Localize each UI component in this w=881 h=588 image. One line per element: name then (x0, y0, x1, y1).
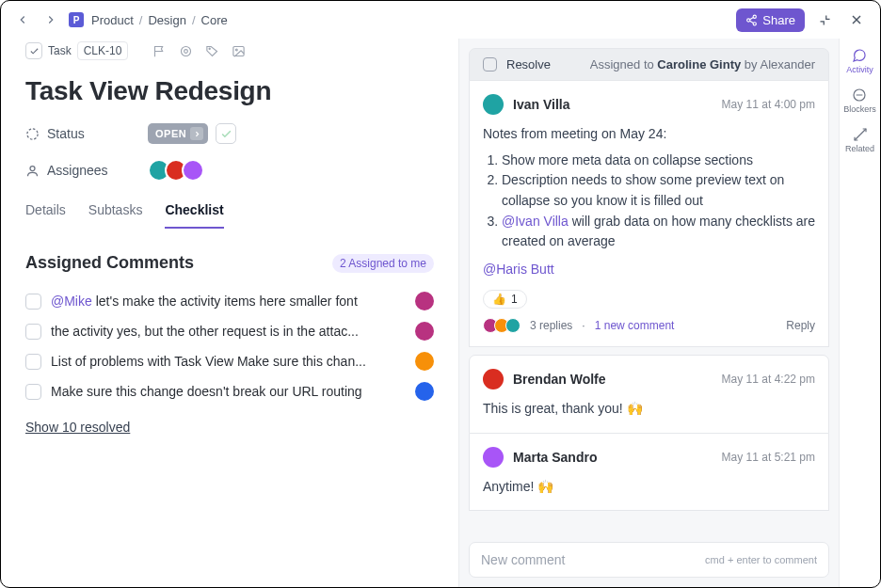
checkbox[interactable] (25, 354, 41, 370)
status-next-icon[interactable] (190, 127, 203, 140)
tab-subtasks[interactable]: Subtasks (88, 197, 143, 229)
crumb-0[interactable]: Product (91, 13, 134, 27)
comment-card: Ivan Villa May 11 at 4:00 pm Notes from … (469, 81, 829, 347)
sidebar-related[interactable]: Related (845, 127, 874, 153)
breadcrumb: Product/ Design/ Core (91, 13, 228, 27)
comment-time: May 11 at 5:21 pm (722, 451, 815, 464)
avatar (483, 369, 504, 389)
replies-count[interactable]: 3 replies (530, 319, 572, 332)
show-resolved-link[interactable]: Show 10 resolved (25, 420, 434, 435)
comment-author[interactable]: Marta Sandro (513, 450, 597, 465)
avatar (415, 352, 434, 371)
person-icon (25, 164, 40, 178)
comment-card: Marta Sandro May 11 at 5:21 pm Anytime! … (469, 434, 829, 512)
status-chip[interactable]: OPEN (148, 123, 208, 144)
new-comment-input[interactable]: New comment cmd + enter to comment (469, 542, 829, 578)
avatar (415, 292, 434, 310)
svg-line-4 (750, 17, 754, 19)
mention[interactable]: @Ivan Villa (502, 214, 569, 229)
nav-forward-button[interactable] (40, 9, 61, 30)
avatar (182, 159, 204, 182)
list-item[interactable]: @Mike let's make the activity items here… (25, 286, 434, 316)
resolve-label: Resolve (506, 57, 551, 72)
share-button[interactable]: Share (736, 8, 805, 32)
avatar (483, 94, 504, 115)
reply-button[interactable]: Reply (786, 319, 815, 332)
reply-avatars (483, 318, 521, 333)
status-icon (25, 127, 40, 141)
chat-icon (852, 48, 867, 63)
svg-point-0 (753, 15, 756, 18)
crumb-1[interactable]: Design (148, 13, 185, 27)
new-comment-placeholder: New comment (481, 552, 565, 567)
comment-time: May 11 at 4:22 pm (722, 373, 815, 386)
assigned-name[interactable]: Caroline Ginty (657, 57, 741, 72)
target-icon[interactable] (175, 40, 196, 61)
complete-toggle[interactable] (216, 123, 236, 144)
checkbox[interactable] (25, 324, 41, 340)
avatar (483, 447, 504, 468)
task-type-label: Task (48, 44, 72, 57)
svg-point-7 (181, 46, 190, 56)
status-prop-label: Status (25, 126, 148, 141)
svg-point-8 (184, 49, 188, 53)
image-icon[interactable] (228, 40, 248, 61)
avatar (415, 382, 434, 401)
page-title: Task View Redesign (25, 76, 434, 106)
task-type-icon (25, 42, 42, 59)
project-badge[interactable]: P (69, 12, 84, 27)
status-value: OPEN (155, 128, 186, 139)
list-item[interactable]: Make sure this change doesn't break our … (25, 376, 434, 406)
tab-details[interactable]: Details (25, 197, 66, 229)
topbar: P Product/ Design/ Core Share (1, 1, 880, 39)
mention[interactable]: @Haris Butt (483, 262, 554, 277)
flag-icon[interactable] (149, 40, 169, 61)
list-item[interactable]: the activity yes, but the other request … (25, 316, 434, 346)
svg-point-2 (753, 22, 756, 24)
svg-point-11 (235, 49, 237, 51)
thread-header: Resolve Assigned to Caroline Ginty by Al… (469, 48, 829, 81)
comment-author[interactable]: Brendan Wolfe (513, 372, 606, 387)
assigned-to-me-badge[interactable]: 2 Assigned to me (332, 254, 434, 273)
assigned-comments-list: @Mike let's make the activity items here… (25, 286, 434, 406)
sidebar-activity[interactable]: Activity (846, 48, 873, 74)
list-item[interactable]: List of problems with Task View Make sur… (25, 346, 434, 376)
comment-time: May 11 at 4:00 pm (722, 98, 815, 111)
link-icon (853, 127, 868, 142)
close-button[interactable] (844, 8, 869, 32)
tab-checklist[interactable]: Checklist (165, 197, 223, 229)
block-icon (852, 87, 867, 103)
checkbox[interactable] (25, 294, 41, 310)
comment-author[interactable]: Ivan Villa (513, 97, 569, 112)
svg-point-13 (30, 166, 35, 170)
right-sidebar: Activity Blockers Related (839, 39, 880, 587)
task-id[interactable]: CLK-10 (77, 41, 129, 60)
avatar (415, 322, 434, 341)
svg-line-3 (750, 21, 754, 23)
reaction-button[interactable]: 👍 1 (483, 290, 527, 309)
sidebar-blockers[interactable]: Blockers (843, 87, 876, 114)
svg-point-9 (209, 48, 210, 49)
assignee-avatars[interactable] (148, 159, 204, 182)
resolve-checkbox[interactable] (483, 57, 497, 72)
crumb-2[interactable]: Core (201, 13, 228, 27)
svg-point-1 (747, 18, 750, 21)
collapse-button[interactable] (812, 8, 837, 32)
new-comment-link[interactable]: 1 new comment (595, 319, 675, 332)
nav-back-button[interactable] (12, 9, 33, 30)
svg-point-12 (27, 128, 38, 138)
comment-card: Brendan Wolfe May 11 at 4:22 pm This is … (469, 355, 829, 434)
share-icon (745, 14, 758, 26)
composer-hint: cmd + enter to comment (705, 554, 817, 565)
tabs: Details Subtasks Checklist (25, 197, 434, 229)
tag-icon[interactable] (201, 40, 222, 61)
assignees-prop-label: Assignees (25, 163, 148, 178)
assigned-comments-heading: Assigned Comments (25, 253, 194, 273)
share-label: Share (762, 13, 795, 27)
svg-rect-10 (233, 46, 244, 56)
checkbox[interactable] (25, 384, 41, 400)
